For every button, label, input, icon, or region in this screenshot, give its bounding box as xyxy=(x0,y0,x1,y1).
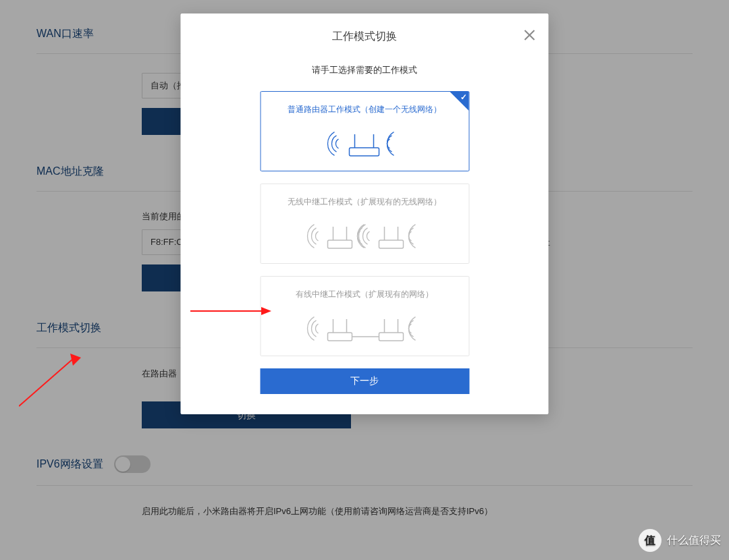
modal-title: 工作模式切换 xyxy=(332,30,397,42)
router-icon xyxy=(267,217,462,254)
mode-option-label: 有线中继工作模式（扩展现有的网络） xyxy=(267,289,462,300)
svg-rect-3 xyxy=(327,240,352,248)
mode-option-0[interactable]: 普通路由器工作模式（创建一个无线网络） xyxy=(260,91,469,171)
check-icon xyxy=(450,92,468,111)
watermark-badge: 值 xyxy=(639,529,662,552)
mode-option-1[interactable]: 无线中继工作模式（扩展现有的无线网络） xyxy=(260,184,469,264)
watermark-text: 什么值得买 xyxy=(667,534,721,548)
svg-rect-9 xyxy=(327,333,352,341)
mode-option-label: 无线中继工作模式（扩展现有的无线网络） xyxy=(267,196,462,208)
next-button[interactable]: 下一步 xyxy=(260,368,469,394)
svg-rect-0 xyxy=(349,148,379,156)
close-icon[interactable] xyxy=(523,28,537,42)
mode-option-label: 普通路由器工作模式（创建一个无线网络） xyxy=(267,104,462,115)
mode-switch-modal: 工作模式切换 请手工选择需要的工作模式 普通路由器工作模式（创建一个无线网络） … xyxy=(181,13,549,414)
svg-rect-6 xyxy=(379,240,403,248)
router-icon xyxy=(267,310,462,346)
router-icon xyxy=(267,125,462,161)
watermark: 值 什么值得买 xyxy=(639,529,721,552)
modal-subtitle: 请手工选择需要的工作模式 xyxy=(181,64,549,76)
svg-rect-13 xyxy=(379,333,403,341)
mode-option-2[interactable]: 有线中继工作模式（扩展现有的网络） xyxy=(260,276,469,356)
